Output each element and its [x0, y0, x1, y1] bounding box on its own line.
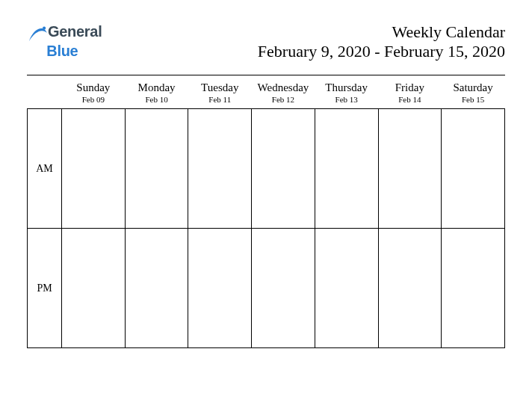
day-header: Thursday	[315, 80, 378, 95]
corner-cell	[28, 80, 62, 95]
calendar-table: Sunday Monday Tuesday Wednesday Thursday…	[27, 80, 505, 348]
slot-am-thu	[315, 109, 378, 229]
day-header: Friday	[378, 80, 442, 95]
day-header: Monday	[125, 80, 188, 95]
slot-pm-fri	[378, 229, 442, 348]
row-label-am: AM	[28, 109, 62, 229]
day-header: Sunday	[62, 80, 126, 95]
slot-am-mon	[125, 109, 188, 229]
day-header: Wednesday	[252, 80, 315, 95]
slot-pm-sat	[442, 229, 505, 348]
slot-pm-tue	[188, 229, 252, 348]
page-title: Weekly Calendar	[258, 22, 505, 42]
date-subhead: Feb 12	[252, 95, 315, 109]
date-subhead: Feb 14	[378, 95, 442, 109]
day-header: Tuesday	[188, 80, 252, 95]
divider	[27, 75, 505, 75]
date-subhead-row: Feb 09 Feb 10 Feb 11 Feb 12 Feb 13 Feb 1…	[28, 95, 505, 109]
slot-am-wed	[252, 109, 315, 229]
date-range: February 9, 2020 - February 15, 2020	[258, 42, 505, 61]
slot-am-tue	[188, 109, 252, 229]
date-subhead: Feb 09	[62, 95, 126, 109]
swoosh-icon	[27, 22, 48, 43]
slot-am-sat	[442, 109, 505, 229]
corner-cell	[28, 95, 62, 109]
header: General Blue Weekly Calendar February 9,…	[27, 22, 505, 61]
slot-pm-sun	[62, 229, 126, 348]
day-header-row: Sunday Monday Tuesday Wednesday Thursday…	[28, 80, 505, 95]
slot-pm-wed	[252, 229, 315, 348]
svg-point-0	[43, 27, 46, 30]
slot-pm-mon	[125, 229, 188, 348]
date-subhead: Feb 15	[442, 95, 505, 109]
slot-am-sun	[62, 109, 126, 229]
am-row: AM	[28, 109, 505, 229]
row-label-pm: PM	[28, 229, 62, 348]
logo: General Blue	[27, 22, 102, 59]
logo-text-general: General	[48, 23, 102, 40]
slot-pm-thu	[315, 229, 378, 348]
logo-text-blue: Blue	[46, 43, 78, 59]
date-subhead: Feb 10	[125, 95, 188, 109]
day-header: Saturday	[442, 80, 505, 95]
pm-row: PM	[28, 229, 505, 348]
date-subhead: Feb 13	[315, 95, 378, 109]
title-block: Weekly Calendar February 9, 2020 - Febru…	[258, 22, 505, 61]
date-subhead: Feb 11	[188, 95, 252, 109]
slot-am-fri	[378, 109, 442, 229]
